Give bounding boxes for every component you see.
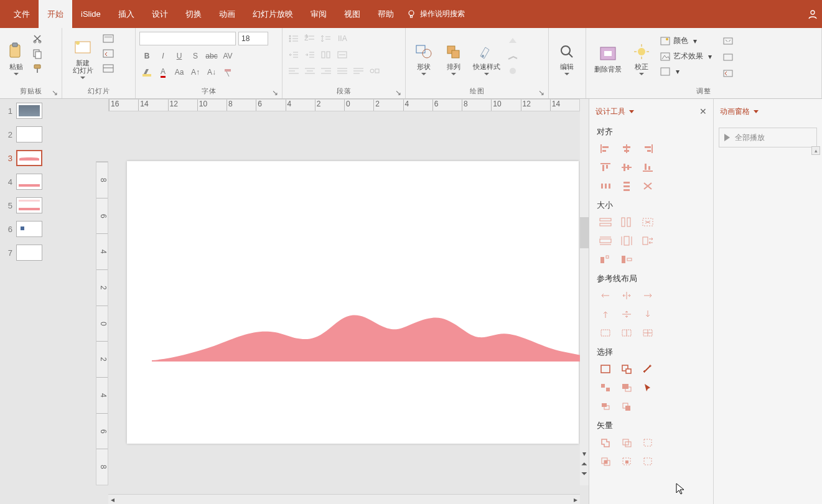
change-case-button[interactable]: Aa [172,65,187,79]
same-size-icon[interactable] [639,215,656,230]
dialog-launcher-icon[interactable]: ↘ [52,88,59,96]
intersect-icon[interactable] [597,454,614,469]
font-color-button[interactable]: A [156,65,170,79]
slide-thumbnails[interactable]: 1 2 3 4 5 6 7 [0,99,49,504]
shapes-button[interactable]: 形状 [409,32,438,85]
thumb-4[interactable]: 4 [0,174,49,190]
thumb-6[interactable]: 6 [0,221,49,237]
guide-right-icon[interactable] [639,288,656,303]
char-spacing-button[interactable]: AV [220,49,235,63]
font-name-input[interactable] [139,32,236,45]
cut-button[interactable] [30,32,45,45]
tab-insert[interactable]: 插入 [110,0,143,28]
select-behind-icon[interactable] [618,399,635,414]
select-layer-icon[interactable] [597,399,614,414]
guide-center-icon[interactable] [618,288,635,303]
distribute-button[interactable] [351,64,366,78]
chevron-down-icon[interactable] [754,110,759,113]
underline-button[interactable]: U [172,49,187,63]
section-button[interactable] [101,62,116,75]
align-center-button[interactable] [302,64,317,78]
scroll-left-icon[interactable]: ◂ [108,495,117,504]
shrink-font-button[interactable]: A↓ [204,65,219,79]
artistic-effects-button[interactable]: 艺术效果▾ [657,50,714,63]
outdent-button[interactable] [286,48,301,62]
justify-button[interactable] [335,64,350,78]
bullets-button[interactable] [286,32,301,45]
scroll-down-icon[interactable]: ▾ [580,449,589,458]
arrange-button[interactable]: 排列 [439,32,468,85]
distribute-both-icon[interactable] [639,179,656,194]
thumb-1[interactable]: 1 [0,103,49,119]
combine-icon[interactable] [618,435,635,450]
dialog-launcher-icon[interactable]: ↘ [272,88,279,96]
compress-button[interactable] [721,34,736,48]
text-direction-button[interactable]: IIA [335,32,350,45]
design-pane-body[interactable]: 对齐 大小 [589,124,713,504]
align-right-button[interactable] [319,64,334,78]
slide-canvas[interactable] [127,161,579,444]
align-top-icon[interactable] [597,160,614,175]
copy-button[interactable] [30,47,45,60]
distribute-v-icon[interactable] [618,179,635,194]
reorder-up-icon[interactable]: ▴ [811,146,820,155]
tab-file[interactable]: 文件 [5,0,39,28]
tab-transitions[interactable]: 切换 [177,0,210,28]
vertical-ruler[interactable]: 8 6 4 2 0 2 4 6 8 [96,161,108,485]
thumb-5[interactable]: 5 [0,197,49,213]
tab-home[interactable]: 开始 [39,0,72,28]
layout-button[interactable] [101,32,116,45]
tab-slideshow[interactable]: 幻灯片放映 [244,0,302,28]
mountain-shape[interactable] [152,312,612,362]
guide-grid2-icon[interactable] [618,325,635,340]
thumb-7[interactable]: 7 [0,245,49,261]
tell-me[interactable]: 操作说明搜索 [406,9,465,19]
select-rect-icon[interactable] [597,362,614,376]
reset-picture-button[interactable] [721,67,736,80]
scroll-thumb[interactable] [580,217,589,248]
align-text-button[interactable] [335,48,350,62]
select-overlap-icon[interactable] [618,380,635,395]
cursor-icon[interactable] [639,380,656,395]
shape-effects-button[interactable] [505,64,520,78]
shadow-button[interactable]: S [188,49,203,63]
horizontal-scrollbar[interactable]: ◂ ▸ [108,494,580,504]
guide-down-icon[interactable] [639,307,656,322]
swap-size-icon[interactable] [639,233,656,248]
subtract-icon[interactable] [618,454,635,469]
dialog-launcher-icon[interactable]: ↘ [395,88,403,96]
guide-up-icon[interactable] [597,307,614,322]
transparency-button[interactable]: ▾ [657,65,714,78]
smartart-button[interactable] [367,64,382,78]
bold-button[interactable]: B [139,49,154,63]
fragment-icon[interactable] [639,435,656,450]
vertical-scrollbar[interactable]: ▾ ⏶ ⏷ [580,99,589,485]
align-bottom-icon[interactable] [639,160,656,175]
union-icon[interactable] [597,435,614,450]
prev-slide-icon[interactable]: ⏶ [580,459,589,468]
select-group-icon[interactable] [597,380,614,395]
guide-left-icon[interactable] [597,288,614,303]
remove-bg-button[interactable]: 删除背景 [590,32,626,85]
guide-middle-icon[interactable] [618,307,635,322]
paste-button[interactable]: 粘贴 [4,32,29,85]
vector-tool-icon[interactable] [639,454,656,469]
same-height-icon[interactable] [618,215,635,230]
numbering-button[interactable]: 12 [302,32,317,45]
reset-button[interactable] [101,47,116,60]
account-icon[interactable] [807,9,818,20]
chevron-down-icon[interactable] [629,110,634,113]
dialog-launcher-icon[interactable]: ↘ [538,88,546,96]
thumb-3[interactable]: 3 [0,150,49,166]
quick-styles-button[interactable]: 快速样式 [469,32,504,85]
close-icon[interactable]: ✕ [699,106,707,116]
italic-button[interactable]: I [156,49,170,63]
play-all-button[interactable]: 全部播放 [719,128,817,147]
size-tool7-icon[interactable] [597,252,614,267]
horizontal-ruler[interactable]: 16 14 12 10 8 6 4 2 0 2 4 6 8 10 12 14 [108,99,580,111]
next-slide-icon[interactable]: ⏷ [580,469,589,478]
format-painter-button[interactable] [30,62,45,75]
align-center-h-icon[interactable] [618,141,635,156]
tab-view[interactable]: 视图 [335,0,369,28]
new-slide-button[interactable]: 新建 幻灯片 [66,32,100,85]
